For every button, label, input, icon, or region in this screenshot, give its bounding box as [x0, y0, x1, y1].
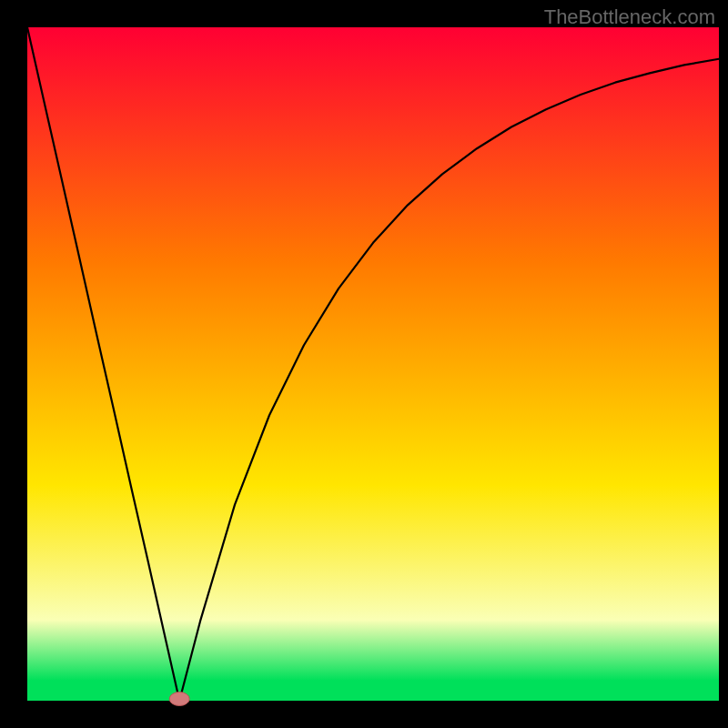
optimum-marker [169, 693, 189, 706]
bottleneck-curve-chart [0, 0, 728, 728]
attribution-label: TheBottleneck.com [544, 5, 715, 29]
chart-container: TheBottleneck.com [0, 0, 728, 728]
svg-rect-1 [27, 27, 719, 701]
